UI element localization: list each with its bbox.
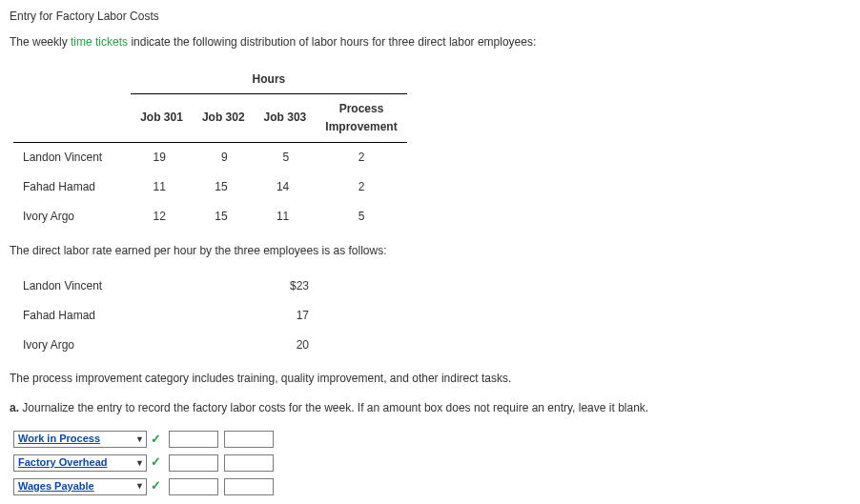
table-row: Landon Vincent 19 9 5 2	[13, 142, 407, 172]
dropdown-text: Factory Overhead	[18, 454, 108, 472]
chevron-down-icon: ▼	[135, 433, 144, 446]
check-icon: ✓	[151, 476, 161, 496]
rate-name: Fahad Hamad	[13, 301, 242, 331]
account-dropdown[interactable]: Work in Process ▼	[13, 431, 147, 448]
chevron-down-icon: ▼	[135, 479, 144, 493]
cell-proc: 5	[316, 202, 406, 232]
journal-row: Factory Overhead ▼ ✓	[13, 453, 850, 473]
debit-input[interactable]	[169, 478, 218, 495]
cell-j301: 11	[131, 172, 193, 202]
debit-input[interactable]	[169, 454, 218, 472]
rate-intro: The direct labor rate earned per hour by…	[10, 242, 850, 260]
col-job302: Job 302	[193, 93, 255, 142]
credit-input[interactable]	[224, 454, 274, 472]
account-dropdown[interactable]: Wages Payable ▼	[13, 478, 147, 495]
check-icon: ✓	[151, 453, 161, 473]
hours-header: Hours	[131, 65, 406, 93]
rate-name: Landon Vincent	[13, 272, 242, 301]
intro-post: indicate the following distribution of l…	[128, 35, 536, 49]
cell-proc: 2	[316, 142, 406, 172]
qa-label: a.	[10, 401, 19, 414]
col-process: Process Improvement	[316, 93, 406, 142]
cell-j302: 9	[193, 142, 255, 172]
time-tickets-link[interactable]: time tickets	[71, 35, 128, 49]
rate-row: Landon Vincent $23	[13, 272, 318, 301]
dropdown-text: Wages Payable	[18, 478, 94, 495]
cell-j302: 15	[193, 172, 255, 202]
question-a: a. Journalize the entry to record the fa…	[10, 399, 850, 417]
rate-row: Ivory Argo 20	[13, 331, 318, 360]
intro-pre: The weekly	[10, 35, 71, 49]
cell-j301: 19	[131, 142, 193, 172]
qa-text: Journalize the entry to record the facto…	[19, 401, 648, 414]
col-job301: Job 301	[131, 93, 193, 142]
page-title: Entry for Factory Labor Costs	[10, 8, 850, 26]
rate-row: Fahad Hamad 17	[13, 301, 318, 331]
cell-j303: 14	[255, 172, 317, 202]
emp-name: Ivory Argo	[13, 202, 131, 232]
rate-table: Landon Vincent $23 Fahad Hamad 17 Ivory …	[13, 272, 318, 361]
debit-input[interactable]	[169, 431, 218, 448]
credit-input[interactable]	[224, 431, 274, 448]
emp-name: Fahad Hamad	[13, 172, 131, 202]
emp-name: Landon Vincent	[13, 142, 131, 172]
table-row: Fahad Hamad 11 15 14 2	[13, 172, 407, 202]
rate-name: Ivory Argo	[13, 331, 242, 360]
cell-j303: 11	[255, 202, 317, 232]
cell-j301: 12	[131, 202, 193, 232]
rate-value: 17	[242, 301, 318, 331]
journal-row: Work in Process ▼ ✓	[13, 430, 850, 450]
rate-value: 20	[242, 331, 318, 360]
dropdown-text: Work in Process	[18, 431, 100, 448]
hours-table: Hours Job 301 Job 302 Job 303 Process Im…	[13, 65, 407, 232]
journal-row: Wages Payable ▼ ✓	[13, 476, 850, 496]
table-row: Ivory Argo 12 15 11 5	[13, 202, 407, 232]
rate-value: $23	[242, 272, 318, 301]
col-job303: Job 303	[255, 93, 317, 142]
check-icon: ✓	[151, 430, 161, 450]
cell-proc: 2	[316, 172, 406, 202]
account-dropdown[interactable]: Factory Overhead ▼	[13, 454, 147, 472]
credit-input[interactable]	[224, 478, 274, 495]
cell-j303: 5	[255, 142, 317, 172]
cell-j302: 15	[193, 202, 255, 232]
chevron-down-icon: ▼	[135, 456, 144, 470]
process-note: The process improvement category include…	[10, 370, 850, 388]
intro-text: The weekly time tickets indicate the fol…	[10, 33, 850, 51]
